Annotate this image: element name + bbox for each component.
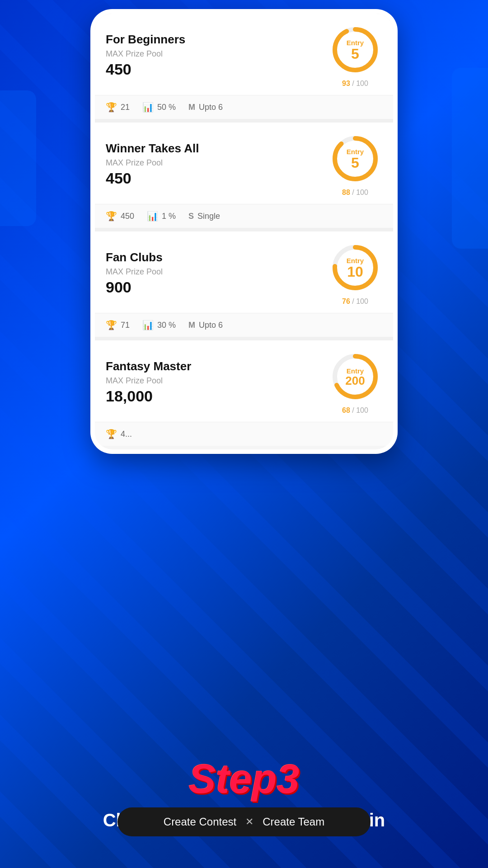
card-label: MAX Prize Pool: [106, 158, 328, 168]
create-team-button[interactable]: Create Team: [263, 816, 324, 828]
stat-value: Upto 6: [199, 321, 223, 330]
card-title: Fantasy Master: [106, 359, 328, 373]
card-info: Fan Clubs MAX Prize Pool 900: [106, 250, 328, 296]
trophy-icon: 🏆: [106, 102, 117, 113]
stat-item-1: 📊 50 %: [142, 102, 176, 113]
entry-circle: Entry 200: [328, 349, 382, 404]
phone-frame: For Beginners MAX Prize Pool 450 Entry 5: [90, 9, 398, 454]
circle-text: Entry 5: [328, 132, 382, 186]
deco-right: [452, 68, 488, 249]
entry-label: Entry: [347, 367, 364, 375]
card-label: MAX Prize Pool: [106, 49, 328, 59]
filled-count: 93: [342, 80, 350, 87]
entry-label: Entry: [347, 39, 364, 47]
step-title: Step3: [188, 759, 299, 799]
card-prize: 900: [106, 278, 328, 296]
total-count: / 100: [352, 406, 368, 414]
entry-label: Entry: [347, 257, 364, 264]
card-title: Fan Clubs: [106, 250, 328, 264]
entry-circle: Entry 5: [328, 132, 382, 186]
card-footer: 🏆 4...: [95, 422, 393, 446]
card-prize: 450: [106, 61, 328, 78]
circle-wrapper: Entry 5 93 / 100: [328, 23, 382, 88]
circle-text: Entry 200: [328, 349, 382, 404]
stat-item-2: M Upto 6: [188, 321, 223, 330]
contest-card-fantasy-master[interactable]: Fantasy Master MAX Prize Pool 18,000 Ent…: [95, 340, 393, 446]
entry-number: 5: [351, 47, 359, 61]
s-icon: S: [188, 212, 194, 221]
entry-number: 200: [345, 375, 365, 387]
contest-card-winner-takes-all[interactable]: Winner Takes All MAX Prize Pool 450 Entr…: [95, 123, 393, 228]
cards-container: For Beginners MAX Prize Pool 450 Entry 5: [95, 14, 393, 446]
stat-value: 71: [121, 321, 130, 330]
stat-item-1: 📊 30 %: [142, 320, 176, 330]
total-count: / 100: [352, 189, 368, 196]
stat-value: 50 %: [157, 103, 176, 112]
card-info: Winner Takes All MAX Prize Pool 450: [106, 142, 328, 187]
action-bar-divider: ✕: [245, 816, 253, 828]
deco-left: [0, 90, 36, 226]
trophy-icon: 🏆: [106, 320, 117, 330]
stat-item-1: 📊 1 %: [147, 211, 176, 222]
entry-number: 5: [351, 156, 359, 170]
phone-screen: For Beginners MAX Prize Pool 450 Entry 5: [95, 14, 393, 449]
card-main: For Beginners MAX Prize Pool 450 Entry 5: [95, 14, 393, 95]
card-title: Winner Takes All: [106, 142, 328, 156]
circle-text: Entry 10: [328, 241, 382, 295]
stat-item-2: M Upto 6: [188, 103, 223, 112]
filled-count: 88: [342, 189, 350, 196]
trophy-icon: 🏆: [106, 211, 117, 222]
action-bar: Create Contest ✕ Create Team: [117, 807, 371, 836]
contest-card-fan-clubs[interactable]: Fan Clubs MAX Prize Pool 900 Entry 10: [95, 231, 393, 337]
card-prize: 18,000: [106, 387, 328, 405]
entry-count-row: 76 / 100: [342, 297, 368, 306]
filled-count: 76: [342, 297, 350, 305]
card-label: MAX Prize Pool: [106, 267, 328, 277]
circle-wrapper: Entry 5 88 / 100: [328, 132, 382, 197]
filled-count: 68: [342, 406, 350, 414]
card-footer: 🏆 21 📊 50 % M Upto 6: [95, 95, 393, 119]
chart-icon: 📊: [142, 102, 154, 113]
stat-item-0: 🏆 71: [106, 320, 130, 330]
create-contest-button[interactable]: Create Contest: [164, 816, 236, 828]
total-count: / 100: [352, 80, 368, 87]
card-main: Fan Clubs MAX Prize Pool 900 Entry 10: [95, 231, 393, 313]
circle-text: Entry 5: [328, 23, 382, 77]
entry-count-row: 93 / 100: [342, 80, 368, 88]
stat-item-0: 🏆 21: [106, 102, 130, 113]
card-label: MAX Prize Pool: [106, 376, 328, 386]
entry-label: Entry: [347, 148, 364, 156]
contest-card-for-beginners[interactable]: For Beginners MAX Prize Pool 450 Entry 5: [95, 14, 393, 119]
stat-value: 450: [121, 212, 134, 221]
stat-value: 4...: [121, 429, 132, 439]
card-info: Fantasy Master MAX Prize Pool 18,000: [106, 359, 328, 405]
m-icon: M: [188, 321, 195, 330]
card-footer: 🏆 71 📊 30 % M Upto 6: [95, 313, 393, 337]
circle-wrapper: Entry 10 76 / 100: [328, 241, 382, 306]
stat-value: 30 %: [157, 321, 176, 330]
stat-item-0: 🏆 450: [106, 211, 134, 222]
card-main: Fantasy Master MAX Prize Pool 18,000 Ent…: [95, 340, 393, 422]
entry-circle: Entry 10: [328, 241, 382, 295]
stat-value: 21: [121, 103, 130, 112]
card-footer: 🏆 450 📊 1 % S Single: [95, 204, 393, 228]
stat-item-2: S Single: [188, 212, 220, 221]
card-title: For Beginners: [106, 33, 328, 47]
stat-item-0: 🏆 4...: [106, 429, 132, 439]
entry-count-row: 88 / 100: [342, 189, 368, 197]
circle-wrapper: Entry 200 68 / 100: [328, 349, 382, 415]
stat-value: 1 %: [162, 212, 176, 221]
chart-icon: 📊: [142, 320, 154, 330]
chart-icon: 📊: [147, 211, 158, 222]
entry-number: 10: [347, 264, 363, 279]
stat-value: Single: [197, 212, 220, 221]
card-main: Winner Takes All MAX Prize Pool 450 Entr…: [95, 123, 393, 204]
card-prize: 450: [106, 170, 328, 187]
entry-count-row: 68 / 100: [342, 406, 368, 415]
card-info: For Beginners MAX Prize Pool 450: [106, 33, 328, 78]
m-icon: M: [188, 103, 195, 112]
trophy-icon: 🏆: [106, 429, 117, 439]
stat-value: Upto 6: [199, 103, 223, 112]
total-count: / 100: [352, 297, 368, 305]
entry-circle: Entry 5: [328, 23, 382, 77]
